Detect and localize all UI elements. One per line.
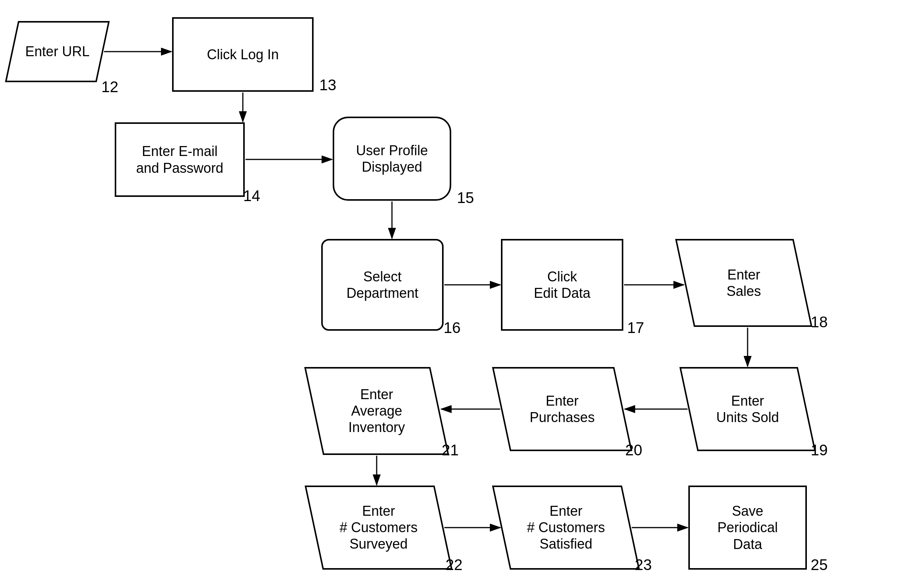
- save-periodical-shape: SavePeriodicalData: [688, 486, 807, 570]
- enter-cust-surveyed-label: Enter# CustomersSurveyed: [340, 503, 418, 552]
- step-20-label: 20: [625, 442, 642, 459]
- step-19-label: 19: [811, 442, 828, 459]
- select-dept-shape: SelectDepartment: [321, 239, 444, 331]
- step-15-label: 15: [457, 189, 474, 206]
- step-12-label: 12: [101, 78, 119, 96]
- step-14-label: 14: [243, 187, 260, 205]
- enter-avg-inv-label: EnterAverageInventory: [348, 386, 405, 436]
- enter-cust-surveyed-shape: Enter# CustomersSurveyed: [305, 486, 453, 570]
- user-profile-shape: User ProfileDisplayed: [333, 117, 451, 201]
- step-21-label: 21: [442, 442, 459, 459]
- enter-sales-shape: EnterSales: [675, 239, 813, 327]
- user-profile-label: User ProfileDisplayed: [356, 142, 428, 175]
- click-log-in-label: Click Log In: [207, 46, 279, 63]
- enter-units-shape: EnterUnits Sold: [680, 367, 816, 451]
- step-23-label: 23: [635, 556, 652, 573]
- click-log-in-shape: Click Log In: [172, 17, 314, 92]
- click-edit-label: ClickEdit Data: [534, 268, 590, 301]
- enter-purchases-shape: EnterPurchases: [492, 367, 632, 451]
- flowchart: Enter URL 12 Click Log In 13 Enter E-mai…: [0, 0, 904, 588]
- step-17-label: 17: [627, 319, 644, 336]
- enter-email-shape: Enter E-mailand Password: [115, 122, 245, 197]
- enter-email-label: Enter E-mailand Password: [136, 143, 223, 176]
- enter-cust-satisfied-shape: Enter# CustomersSatisfied: [492, 486, 640, 570]
- enter-purchases-label: EnterPurchases: [530, 393, 595, 426]
- enter-url-shape: Enter URL: [5, 21, 110, 82]
- step-16-label: 16: [444, 319, 461, 336]
- enter-avg-inv-shape: EnterAverageInventory: [304, 367, 449, 455]
- enter-cust-satisfied-label: Enter# CustomersSatisfied: [527, 503, 605, 552]
- step-18-label: 18: [811, 313, 828, 331]
- step-22-label: 22: [445, 556, 463, 573]
- enter-units-label: EnterUnits Sold: [716, 393, 779, 426]
- step-13-label: 13: [319, 76, 337, 94]
- save-periodical-label: SavePeriodicalData: [717, 503, 778, 552]
- enter-sales-label: EnterSales: [727, 266, 761, 299]
- enter-url-label: Enter URL: [25, 43, 89, 60]
- select-dept-label: SelectDepartment: [346, 268, 418, 301]
- step-25-label: 25: [811, 556, 828, 573]
- click-edit-shape: ClickEdit Data: [501, 239, 623, 331]
